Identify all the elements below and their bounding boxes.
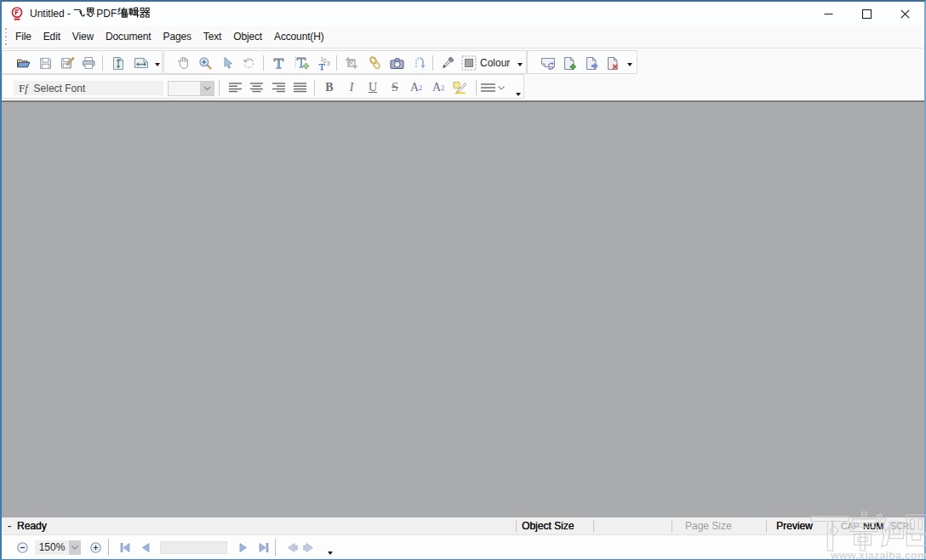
- menu-document[interactable]: Document: [100, 26, 157, 48]
- rotate-tool-button[interactable]: [238, 53, 259, 73]
- line-style-icon: [481, 83, 495, 92]
- document-canvas[interactable]: [2, 102, 924, 517]
- rotate-pages-button[interactable]: [538, 53, 558, 73]
- title-cjk-feisi: [73, 7, 96, 19]
- status-divider: [516, 520, 517, 533]
- insert-pages-button[interactable]: [559, 53, 580, 73]
- print-button[interactable]: [78, 53, 99, 73]
- zoom-level-dropdown[interactable]: [69, 540, 81, 555]
- first-page-icon: [120, 543, 130, 552]
- status-bar: - Ready Object Size Page Size Preview CA…: [2, 517, 924, 535]
- previous-page-button[interactable]: [140, 535, 151, 559]
- next-page-button[interactable]: [237, 535, 249, 559]
- chevron-down-icon: [328, 551, 333, 555]
- title-cjk-bianjiqi: [117, 7, 151, 19]
- align-justify-icon: [294, 83, 306, 93]
- strikethrough-button[interactable]: S: [385, 77, 405, 98]
- font-select[interactable]: Ff Select Font: [14, 81, 163, 95]
- navbar-grip[interactable]: [3, 538, 6, 557]
- last-page-button[interactable]: [258, 535, 269, 559]
- underline-button[interactable]: U: [363, 77, 383, 98]
- text-number-button[interactable]: 1 2 3: [314, 53, 334, 73]
- menu-edit[interactable]: Edit: [37, 26, 66, 48]
- font-size-dropdown[interactable]: [200, 82, 214, 95]
- menu-view[interactable]: View: [66, 26, 100, 48]
- line-style-button[interactable]: [480, 77, 506, 98]
- curve-button[interactable]: [409, 53, 430, 73]
- insert-page-icon: [563, 56, 576, 71]
- fit-height-button[interactable]: [108, 53, 129, 73]
- fit-page-dropdown[interactable]: [153, 60, 162, 69]
- zoom-in-button[interactable]: [89, 535, 101, 559]
- hand-tool-button[interactable]: [174, 53, 194, 73]
- save-as-button[interactable]: [57, 53, 77, 73]
- status-preview: Preview: [776, 517, 813, 534]
- page-slider[interactable]: [160, 541, 227, 554]
- open-folder-icon: [16, 56, 31, 70]
- minimize-button[interactable]: [809, 2, 848, 26]
- pages-dropdown[interactable]: [626, 60, 634, 69]
- magnifier-plus-icon: [198, 56, 212, 70]
- zoom-tool-button[interactable]: [195, 53, 215, 73]
- toolbar-tools-grip[interactable]: [166, 54, 169, 70]
- curve-flip-icon: [414, 56, 426, 70]
- link-icon: [369, 56, 381, 70]
- font-size-select[interactable]: [168, 81, 214, 96]
- separator: [314, 80, 315, 95]
- fit-width-button[interactable]: [131, 53, 151, 73]
- eyedropper-button[interactable]: [437, 53, 458, 73]
- separator: [263, 55, 264, 71]
- status-page-size: Page Size: [685, 517, 732, 534]
- toolbar-overflow-dropdown[interactable]: [514, 90, 523, 99]
- toolbar-format-grip[interactable]: [4, 78, 7, 94]
- zoom-level-value[interactable]: 150%: [35, 540, 69, 555]
- separator: [432, 55, 433, 71]
- select-tool-button[interactable]: [217, 53, 237, 73]
- menu-object[interactable]: Object: [227, 26, 268, 48]
- align-right-button[interactable]: [268, 77, 289, 98]
- close-button[interactable]: [886, 2, 924, 26]
- previous-view-icon: [287, 543, 298, 552]
- next-view-button[interactable]: [302, 535, 314, 559]
- add-text-button[interactable]: [291, 53, 312, 73]
- delete-page-icon: [606, 56, 620, 71]
- link-button[interactable]: [364, 53, 385, 73]
- zoom-out-button[interactable]: [16, 535, 28, 559]
- menubar-grip[interactable]: [2, 28, 9, 45]
- separator: [102, 55, 103, 71]
- align-center-button[interactable]: [246, 77, 266, 98]
- previous-view-button[interactable]: [286, 535, 298, 559]
- nav-overflow-dropdown[interactable]: [326, 549, 334, 557]
- toolbar-file-grip[interactable]: [4, 54, 7, 70]
- highlight-button[interactable]: [449, 77, 470, 98]
- menu-file[interactable]: File: [9, 26, 37, 48]
- maximize-button[interactable]: [848, 2, 886, 26]
- crop-button[interactable]: [341, 53, 362, 73]
- first-page-button[interactable]: [119, 535, 130, 559]
- snapshot-button[interactable]: [386, 53, 407, 73]
- align-justify-button[interactable]: [289, 77, 310, 98]
- cursor-arrow-icon: [221, 56, 233, 70]
- save-button[interactable]: [35, 53, 55, 73]
- colour-dropdown[interactable]: [516, 60, 524, 69]
- align-left-button[interactable]: [225, 77, 245, 98]
- subscript-button[interactable]: A2: [428, 77, 449, 98]
- menu-account[interactable]: Account(H): [268, 26, 330, 48]
- colour-swatch-button[interactable]: [459, 53, 479, 73]
- separator: [476, 80, 477, 95]
- status-ready: Ready: [17, 517, 47, 534]
- toolbar-pages-grip[interactable]: [529, 54, 532, 70]
- menu-text[interactable]: Text: [197, 26, 227, 48]
- superscript-button[interactable]: A2: [406, 77, 426, 98]
- menu-pages[interactable]: Pages: [157, 26, 197, 48]
- toolbar-format: Ff Select Font: [2, 74, 524, 99]
- extract-pages-button[interactable]: [581, 53, 602, 73]
- open-button[interactable]: [13, 53, 33, 73]
- bold-button[interactable]: B: [319, 77, 340, 98]
- chevron-down-icon: [517, 63, 523, 66]
- italic-button[interactable]: I: [341, 77, 362, 98]
- chevron-down-icon: [71, 546, 78, 550]
- fit-height-icon: [111, 56, 125, 71]
- edit-text-button[interactable]: [268, 53, 289, 73]
- delete-pages-button[interactable]: [603, 53, 623, 73]
